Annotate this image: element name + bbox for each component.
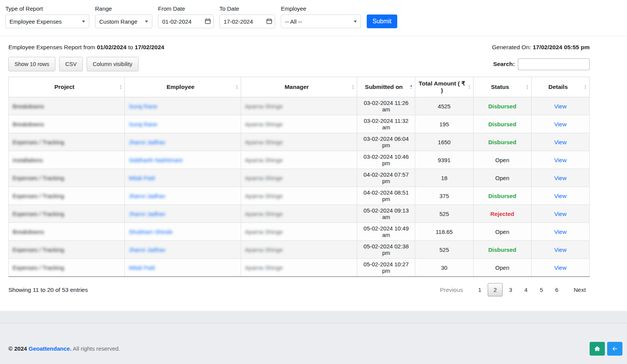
view-link[interactable]: View [554,193,566,199]
column-visibility-button[interactable]: Column visibility [87,57,139,71]
background-filler [0,311,627,323]
employee-link[interactable]: Mitali Patil [129,264,155,271]
sort-icons: ▲▼ [526,84,529,90]
project-cell: Expenses / Tracking [9,169,125,187]
project-cell: Expenses / Tracking [9,241,125,259]
csv-export-button[interactable]: CSV [59,57,83,71]
filter-bar: Type of Report Employee Expenses Range C… [0,0,627,36]
submit-button[interactable]: Submit [367,14,397,28]
report-section: Employee Expenses Report from 01/02/2024… [0,44,627,296]
view-link[interactable]: View [554,229,566,235]
table-row: Expenses / Tracking Jhanvi Jadhav Aparna… [9,133,590,151]
to-date-input[interactable] [219,14,275,28]
view-link[interactable]: View [554,103,566,110]
employee-link[interactable]: Shubham Shinde [129,229,172,235]
amount-cell: 195 [415,115,473,133]
amount-cell: 1650 [415,133,473,151]
employee-link[interactable]: Mitali Patil [129,175,155,181]
status-cell: Open [473,223,531,241]
amount-cell: 9391 [415,151,473,169]
header-label: Details [548,84,568,90]
generated-on-label: Generated On: [492,44,531,50]
project-cell: Expenses / Tracking [9,205,125,223]
project-cell: Breakdowns [9,97,125,115]
header-details[interactable]: Details▲▼ [531,77,589,97]
manager-cell: Aparna Shinge [241,241,357,259]
employee-link[interactable]: Suraj Rane [129,121,157,127]
from-date-input[interactable] [158,14,214,28]
table-header-row: Project▲▼ Employee▲▼ Manager▲▼ Submitted… [9,77,590,97]
table-row: Breakdowns Suraj Rane Aparna Shinge 03-0… [9,115,590,133]
range-select[interactable]: Custom Range [95,14,152,28]
header-total-amount[interactable]: Total Amount ( ₹ )▲▼ [415,77,473,97]
employee-cell: Mitali Patil [125,169,241,187]
amount-cell: 375 [415,187,473,205]
project-cell: Breakdowns [9,115,125,133]
view-link[interactable]: View [554,139,566,145]
view-link[interactable]: View [554,121,566,127]
employee-label: Employee [281,5,361,12]
page-button-6[interactable]: 6 [550,283,564,296]
employee-cell: Shubham Shinde [125,223,241,241]
employee-link[interactable]: Jhanvi Jadhav [129,246,165,253]
header-label: Manager [285,84,309,90]
show-rows-button[interactable]: Show 10 rows [8,57,55,71]
header-project[interactable]: Project▲▼ [9,77,125,97]
header-submitted-on[interactable]: Submitted on▲▼ [357,77,415,97]
employee-link[interactable]: Siddharth Nakhtmare [129,157,183,163]
table-row: Breakdowns Suraj Rane Aparna Shinge 03-0… [9,97,590,115]
header-employee[interactable]: Employee▲▼ [125,77,241,97]
generated-on: Generated On: 17/02/2024 05:55 pm [492,44,590,51]
manager-cell: Aparna Shinge [241,169,357,187]
employee-cell: Siddharth Nakhtmare [125,151,241,169]
details-cell: View [531,97,589,115]
employee-select[interactable]: -- All -- [281,14,361,28]
project-cell: Expenses / Tracking [9,133,125,151]
employee-link[interactable]: Jhanvi Jadhav [129,211,165,217]
details-cell: View [531,205,589,223]
submitted-on-cell: 03-02-2024 11:32 am [357,115,415,133]
status-cell: Open [473,151,531,169]
manager-cell: Aparna Shinge [241,223,357,241]
status-cell: Disbursed [473,97,531,115]
status-cell: Disbursed [473,133,531,151]
brand-link[interactable]: Geoattendance. [29,345,72,352]
home-button[interactable] [590,342,605,356]
page-button-3[interactable]: 3 [503,283,518,296]
report-title: Employee Expenses Report from 01/02/2024… [8,44,164,51]
employee-link[interactable]: Suraj Rane [129,103,157,110]
back-button[interactable] [607,342,622,356]
details-cell: View [531,133,589,151]
table-row: Expenses / Tracking Jhanvi Jadhav Aparna… [9,241,590,259]
view-link[interactable]: View [554,246,566,253]
view-link[interactable]: View [554,264,566,271]
header-manager[interactable]: Manager▲▼ [241,77,357,97]
details-cell: View [531,223,589,241]
arrow-left-icon [611,345,618,352]
expenses-table: Project▲▼ Employee▲▼ Manager▲▼ Submitted… [8,77,590,277]
page-button-4[interactable]: 4 [519,283,533,296]
details-cell: View [531,115,589,133]
page-button-1[interactable]: 1 [472,283,487,296]
page-button-2[interactable]: 2 [488,283,502,296]
view-link[interactable]: View [554,175,566,181]
employee-cell: Jhanvi Jadhav [125,205,241,223]
table-row: Expenses / Tracking Mitali Patil Aparna … [9,259,590,277]
view-link[interactable]: View [554,157,566,163]
next-page-button[interactable]: Next [570,283,590,296]
page-button-5[interactable]: 5 [534,283,548,296]
sort-asc-icon: ▲▼ [409,84,413,90]
type-of-report-label: Type of Report [5,5,89,12]
header-status[interactable]: Status▲▼ [473,77,531,97]
employee-link[interactable]: Jhanvi Jadhav [129,193,165,199]
employee-link[interactable]: Jhanvi Jadhav [129,139,165,145]
from-date-label: From Date [158,5,214,12]
previous-page-button[interactable]: Previous [436,283,467,296]
type-of-report-select[interactable]: Employee Expenses [5,14,89,28]
project-cell: Expenses / Tracking [9,187,125,205]
manager-cell: Aparna Shinge [241,115,357,133]
view-link[interactable]: View [554,211,566,217]
search-input[interactable] [518,58,590,70]
status-cell: Disbursed [473,241,531,259]
sort-icons: ▲▼ [584,84,587,90]
